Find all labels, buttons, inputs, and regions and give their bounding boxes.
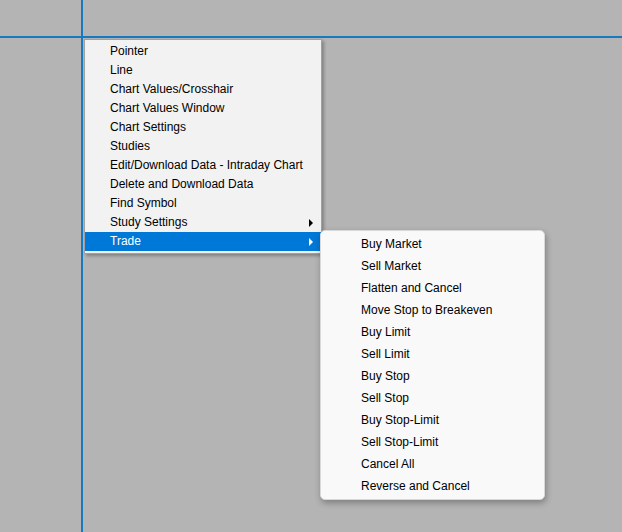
submenu-item-sell-market[interactable]: Sell Market <box>321 255 544 277</box>
menu-item-delete-and-download-data[interactable]: Delete and Download Data <box>85 175 321 194</box>
submenu-item-buy-limit[interactable]: Buy Limit <box>321 321 544 343</box>
submenu-item-buy-stop[interactable]: Buy Stop <box>321 365 544 387</box>
submenu-item-label: Move Stop to Breakeven <box>361 303 492 317</box>
submenu-item-buy-market[interactable]: Buy Market <box>321 233 544 255</box>
submenu-item-cancel-all[interactable]: Cancel All <box>321 453 544 475</box>
crosshair-vertical-line <box>81 0 83 532</box>
menu-item-find-symbol[interactable]: Find Symbol <box>85 194 321 213</box>
submenu-item-buy-stop-limit[interactable]: Buy Stop-Limit <box>321 409 544 431</box>
menu-item-edit-download-data-intraday-chart[interactable]: Edit/Download Data - Intraday Chart <box>85 156 321 175</box>
menu-item-label: Delete and Download Data <box>110 177 253 191</box>
menu-item-chart-values-window[interactable]: Chart Values Window <box>85 99 321 118</box>
submenu-item-sell-stop-limit[interactable]: Sell Stop-Limit <box>321 431 544 453</box>
menu-item-chart-settings[interactable]: Chart Settings <box>85 118 321 137</box>
chart-context-menu: Pointer Line Chart Values/Crosshair Char… <box>84 39 322 254</box>
submenu-item-sell-stop[interactable]: Sell Stop <box>321 387 544 409</box>
submenu-item-label: Cancel All <box>361 457 414 471</box>
menu-item-label: Chart Values/Crosshair <box>110 82 233 96</box>
crosshair-horizontal-line <box>0 36 622 38</box>
submenu-item-move-stop-to-breakeven[interactable]: Move Stop to Breakeven <box>321 299 544 321</box>
menu-item-study-settings[interactable]: Study Settings <box>85 213 321 232</box>
submenu-item-label: Flatten and Cancel <box>361 281 462 295</box>
submenu-item-reverse-and-cancel[interactable]: Reverse and Cancel <box>321 475 544 497</box>
submenu-arrow-icon <box>309 219 313 227</box>
menu-item-trade[interactable]: Trade <box>85 232 321 251</box>
menu-item-label: Chart Settings <box>110 120 186 134</box>
menu-item-line[interactable]: Line <box>85 61 321 80</box>
menu-item-label: Pointer <box>110 44 148 58</box>
menu-item-label: Studies <box>110 139 150 153</box>
menu-item-pointer[interactable]: Pointer <box>85 42 321 61</box>
submenu-arrow-icon <box>309 238 313 246</box>
submenu-item-label: Buy Market <box>361 237 422 251</box>
menu-item-label: Find Symbol <box>110 196 177 210</box>
submenu-item-label: Buy Stop-Limit <box>361 413 439 427</box>
submenu-item-label: Buy Limit <box>361 325 410 339</box>
submenu-item-label: Reverse and Cancel <box>361 479 470 493</box>
menu-item-chart-values-crosshair[interactable]: Chart Values/Crosshair <box>85 80 321 99</box>
menu-item-label: Line <box>110 63 133 77</box>
submenu-item-label: Sell Limit <box>361 347 410 361</box>
submenu-item-label: Sell Stop <box>361 391 409 405</box>
menu-item-label: Edit/Download Data - Intraday Chart <box>110 158 303 172</box>
menu-item-label: Study Settings <box>110 215 187 229</box>
menu-item-studies[interactable]: Studies <box>85 137 321 156</box>
submenu-item-label: Buy Stop <box>361 369 410 383</box>
menu-item-label: Trade <box>110 234 141 248</box>
menu-item-label: Chart Values Window <box>110 101 225 115</box>
submenu-item-label: Sell Market <box>361 259 421 273</box>
submenu-item-label: Sell Stop-Limit <box>361 435 438 449</box>
submenu-item-flatten-and-cancel[interactable]: Flatten and Cancel <box>321 277 544 299</box>
submenu-item-sell-limit[interactable]: Sell Limit <box>321 343 544 365</box>
trade-submenu: Buy Market Sell Market Flatten and Cance… <box>320 230 545 500</box>
